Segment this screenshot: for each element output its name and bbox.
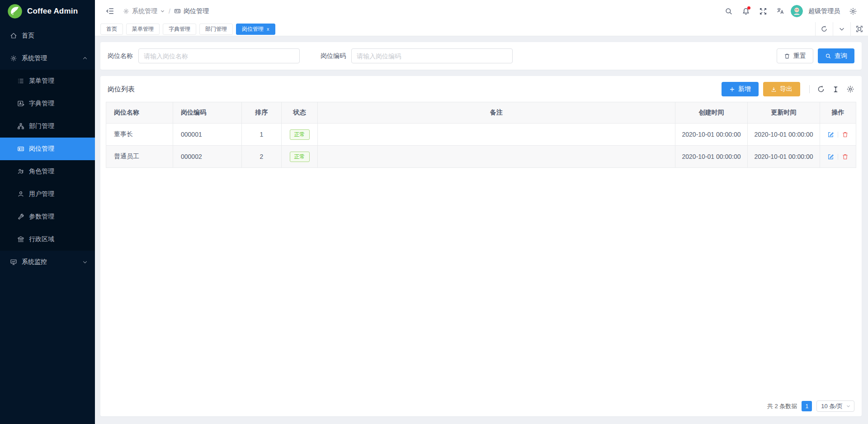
dictionary-icon xyxy=(17,100,24,107)
spring-leaf-logo-icon xyxy=(7,4,23,19)
sidebar-item-param-management[interactable]: 参数管理 xyxy=(0,205,95,228)
plus-icon xyxy=(729,86,735,92)
trash-reset-icon xyxy=(784,53,790,59)
page-number-button[interactable]: 1 xyxy=(802,401,812,411)
reset-button-label: 重置 xyxy=(793,52,806,60)
sidebar-item-role-management[interactable]: 角色管理 xyxy=(0,160,95,183)
search-actions: 重置 查询 xyxy=(777,48,854,63)
sidebar-item-label: 岗位管理 xyxy=(29,145,54,153)
page-size-select[interactable]: 10 条/页 xyxy=(816,400,854,412)
tab-label: 菜单管理 xyxy=(132,25,154,33)
sidebar-item-label: 用户管理 xyxy=(29,190,54,198)
sidebar-item-dict-management[interactable]: 字典管理 xyxy=(0,92,95,115)
sidebar-item-home[interactable]: 首页 xyxy=(0,24,95,47)
sidebar-item-admin-region[interactable]: 行政区域 xyxy=(0,228,95,251)
refresh-table-icon[interactable] xyxy=(817,85,825,93)
search-icon[interactable] xyxy=(722,5,736,18)
tab-dict-management[interactable]: 字典管理 xyxy=(163,24,196,35)
role-icon xyxy=(17,168,24,175)
tab-post-management[interactable]: 岗位管理 x xyxy=(236,24,275,35)
home-icon xyxy=(10,32,17,39)
monitor-icon xyxy=(10,258,17,266)
chevron-down-icon xyxy=(846,404,851,409)
tab-home[interactable]: 首页 xyxy=(100,24,123,35)
cell-sort: 1 xyxy=(242,124,282,146)
sidebar-item-user-management[interactable]: 用户管理 xyxy=(0,183,95,205)
reset-button[interactable]: 重置 xyxy=(777,48,813,63)
table-row: 普通员工 000002 2 正常 2020-10-01 00:00:00 202… xyxy=(106,146,856,168)
tab-menu-management[interactable]: 菜单管理 xyxy=(126,24,160,35)
sidebar-item-system-monitor[interactable]: 系统监控 xyxy=(0,251,95,273)
tab-dept-management[interactable]: 部门管理 xyxy=(199,24,233,35)
card-actions: 新增 导出 xyxy=(722,82,854,96)
sidebar-item-post-management[interactable]: 岗位管理 xyxy=(0,138,95,160)
column-header-code[interactable]: 岗位编码 xyxy=(173,102,242,124)
export-button[interactable]: 导出 xyxy=(763,82,800,96)
post-code-input[interactable] xyxy=(351,48,513,63)
avatar[interactable] xyxy=(791,5,803,17)
column-header-remark[interactable]: 备注 xyxy=(318,102,675,124)
column-settings-gear-icon[interactable] xyxy=(846,85,854,93)
tab-close-icon[interactable]: x xyxy=(267,26,269,32)
chevron-up-icon xyxy=(82,56,88,61)
add-button[interactable]: 新增 xyxy=(722,82,759,96)
cell-post-code: 000002 xyxy=(173,146,242,168)
topbar: 系统管理 / 岗位管理 xyxy=(95,0,868,22)
pagination-total: 共 2 条数据 xyxy=(767,402,797,410)
status-badge: 正常 xyxy=(290,129,310,140)
fullscreen-icon[interactable] xyxy=(756,5,770,18)
toolbar-divider xyxy=(809,85,810,93)
edit-icon[interactable] xyxy=(827,131,834,138)
card-header: 岗位列表 新增 导出 xyxy=(100,76,862,102)
user-icon xyxy=(17,191,24,198)
tab-label: 首页 xyxy=(106,25,117,33)
export-button-label: 导出 xyxy=(780,85,793,93)
column-header-created[interactable]: 创建时间 xyxy=(675,102,748,124)
current-user-name[interactable]: 超级管理员 xyxy=(808,7,840,15)
id-badge-icon xyxy=(174,8,181,14)
post-name-input[interactable] xyxy=(138,48,300,63)
settings-gear-icon[interactable] xyxy=(846,5,860,18)
content-maximize-icon[interactable] xyxy=(850,22,868,36)
refresh-tab-icon[interactable] xyxy=(815,22,833,36)
cell-post-code: 000001 xyxy=(173,124,242,146)
sidebar-item-system-management[interactable]: 系统管理 xyxy=(0,47,95,70)
cell-status: 正常 xyxy=(282,124,318,146)
sidebar-item-label: 首页 xyxy=(22,32,34,40)
sidebar-collapse-icon[interactable] xyxy=(103,5,117,18)
sidebar-menu: 首页 系统管理 菜单管理 xyxy=(0,23,95,424)
status-badge: 正常 xyxy=(290,152,310,162)
sidebar: Coffee Admin 首页 系统管理 xyxy=(0,0,95,424)
sidebar-item-label: 菜单管理 xyxy=(29,77,54,85)
delete-icon[interactable] xyxy=(842,131,849,138)
breadcrumb-current-label: 岗位管理 xyxy=(184,7,209,15)
tab-options-chevron-icon[interactable] xyxy=(833,22,850,36)
delete-icon[interactable] xyxy=(842,153,849,160)
sidebar-item-label: 行政区域 xyxy=(29,235,54,243)
row-height-icon[interactable] xyxy=(832,86,840,93)
breadcrumb-separator: / xyxy=(169,8,170,15)
post-code-label: 岗位编码 xyxy=(321,52,346,60)
column-header-operation[interactable]: 操作 xyxy=(820,102,856,124)
sidebar-item-dept-management[interactable]: 部门管理 xyxy=(0,115,95,138)
cell-operation xyxy=(820,146,856,168)
translate-icon[interactable] xyxy=(774,5,787,18)
column-header-name[interactable]: 岗位名称 xyxy=(106,102,173,124)
notification-bell-icon[interactable] xyxy=(739,5,753,18)
app-root: Coffee Admin 首页 系统管理 xyxy=(0,0,868,424)
tab-label: 岗位管理 xyxy=(242,25,264,33)
breadcrumb-parent[interactable]: 系统管理 xyxy=(123,7,165,15)
page-content: 岗位名称 岗位编码 重置 xyxy=(95,36,868,424)
query-button[interactable]: 查询 xyxy=(818,48,854,63)
sidebar-item-menu-management[interactable]: 菜单管理 xyxy=(0,70,95,92)
open-tabs: 首页 菜单管理 字典管理 部门管理 岗位管理 x xyxy=(100,24,815,35)
page-size-value: 10 条/页 xyxy=(821,402,843,410)
sidebar-item-label: 部门管理 xyxy=(29,122,54,130)
cell-operation xyxy=(820,124,856,146)
column-header-status[interactable]: 状态 xyxy=(282,102,318,124)
edit-icon[interactable] xyxy=(827,153,834,160)
column-header-sort[interactable]: 排序 xyxy=(242,102,282,124)
column-header-updated[interactable]: 更新时间 xyxy=(748,102,820,124)
post-name-form-item: 岗位名称 xyxy=(108,48,300,63)
tabbar: 首页 菜单管理 字典管理 部门管理 岗位管理 x xyxy=(95,22,868,36)
